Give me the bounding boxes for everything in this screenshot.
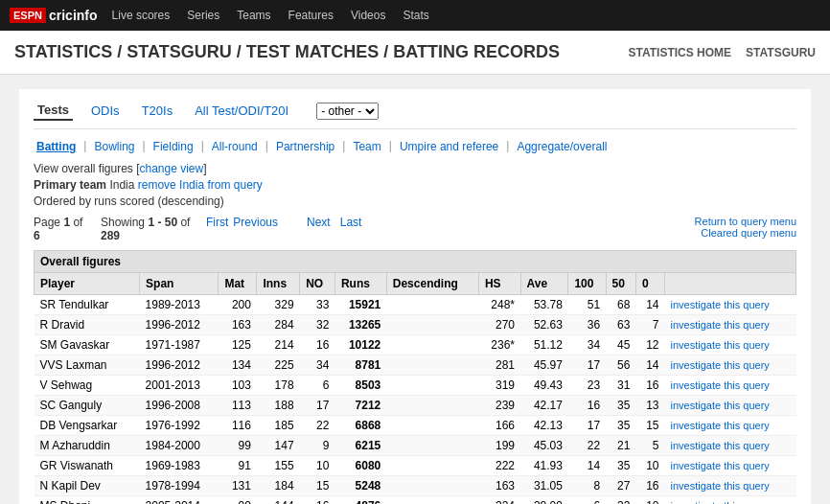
table-cell: 178 — [257, 376, 300, 396]
investigate-link[interactable]: investigate this query — [670, 339, 769, 351]
nav-link-stats[interactable]: Stats — [403, 9, 428, 22]
table-cell — [386, 355, 478, 376]
table-cell: 7212 — [334, 396, 386, 416]
table-row: SR Tendulkar1989-20132003293315921248*53… — [35, 295, 796, 315]
table-cell: 42.13 — [520, 416, 568, 436]
table-cell: 35 — [606, 456, 635, 476]
table-row: V Sehwag2001-20131031786850331949.432331… — [35, 376, 796, 396]
table-cell — [386, 315, 478, 335]
table-cell: N Kapil Dev — [35, 476, 140, 496]
table-cell: 10122 — [334, 335, 386, 355]
sub-tab-sep: | — [342, 139, 345, 154]
tab-odis[interactable]: ODIs — [87, 102, 124, 120]
sub-tab-fielding[interactable]: Fielding — [150, 139, 196, 154]
sub-tab-partnership[interactable]: Partnership — [273, 139, 337, 154]
investigate-link[interactable]: investigate this query — [670, 420, 769, 431]
page-title: STATISTICS / STATSGURU / TEST MATCHES / … — [14, 42, 560, 62]
first-page-link[interactable]: First — [206, 216, 228, 229]
investigate-link[interactable]: investigate this query — [670, 500, 769, 504]
investigate-link[interactable]: investigate this query — [670, 359, 769, 371]
next-link[interactable]: Next — [307, 216, 331, 229]
investigate-link[interactable]: investigate this query — [670, 480, 769, 492]
tab-t20is[interactable]: T20Is — [138, 102, 177, 120]
table-cell — [386, 335, 478, 355]
table-cell — [386, 496, 478, 505]
col-header-100: 100 — [568, 273, 606, 295]
table-cell: 16 — [635, 376, 664, 396]
nav-link-live-scores[interactable]: Live scores — [112, 9, 171, 22]
table-cell: 38.09 — [520, 496, 568, 505]
table-cell — [386, 376, 478, 396]
nav-link-features[interactable]: Features — [288, 9, 334, 22]
table-cell: 134 — [219, 355, 257, 376]
investigate-link[interactable]: investigate this query — [670, 319, 769, 331]
table-cell: 63 — [606, 315, 635, 335]
table-cell: investigate this query — [664, 376, 795, 396]
remove-india-link[interactable]: remove India from query — [138, 178, 263, 192]
sub-tab-umpire-and-referee[interactable]: Umpire and referee — [397, 139, 501, 154]
sub-tab-bowling[interactable]: Bowling — [91, 139, 137, 154]
other-dropdown[interactable]: - other - — [316, 103, 379, 120]
return-query-link[interactable]: Return to query menu — [695, 216, 796, 227]
espn-logo: ESPN — [10, 8, 46, 23]
previous-page-link[interactable]: Previous — [233, 216, 278, 229]
nav-link-videos[interactable]: Videos — [351, 9, 385, 22]
investigate-link[interactable]: investigate this query — [670, 379, 769, 391]
table-cell: investigate this query — [664, 476, 795, 496]
sub-tab-aggregate/overall[interactable]: Aggregate/overall — [514, 139, 610, 154]
table-cell: investigate this query — [664, 496, 795, 505]
table-cell: R Dravid — [35, 315, 140, 335]
section-header-row: Overall figures — [35, 251, 796, 273]
table-cell: investigate this query — [664, 396, 795, 416]
tab-tests[interactable]: Tests — [34, 101, 73, 121]
table-cell: 27 — [606, 476, 635, 496]
investigate-link[interactable]: investigate this query — [670, 299, 769, 310]
table-cell: 53.78 — [520, 295, 568, 315]
cleared-query-link[interactable]: Cleared query menu — [695, 227, 796, 239]
nav-link-series[interactable]: Series — [187, 9, 219, 22]
main-nav-links: Live scoresSeriesTeamsFeaturesVideosStat… — [112, 9, 429, 22]
table-cell — [386, 295, 478, 315]
last-link[interactable]: Last — [340, 216, 362, 229]
col-header-0: 0 — [635, 273, 664, 295]
table-cell: 224 — [478, 496, 520, 505]
table-cell: 2001-2013 — [140, 376, 219, 396]
table-cell: 10 — [635, 456, 664, 476]
investigate-link[interactable]: investigate this query — [670, 400, 769, 411]
change-view-link[interactable]: change view — [140, 162, 204, 175]
table-cell: 248* — [478, 295, 520, 315]
table-cell: 99 — [219, 436, 257, 456]
table-cell: 10 — [300, 456, 335, 476]
table-cell: 35 — [606, 396, 635, 416]
investigate-link[interactable]: investigate this query — [670, 460, 769, 471]
col-header-inns: Inns — [257, 273, 300, 295]
nav-link-teams[interactable]: Teams — [237, 9, 270, 22]
table-cell: 199 — [478, 436, 520, 456]
table-cell: 8781 — [334, 355, 386, 376]
sub-tab-all-round[interactable]: All-round — [209, 139, 261, 154]
sub-tab-team[interactable]: Team — [350, 139, 383, 154]
page-info: Page 1 of 6 — [34, 216, 91, 242]
col-header-mat: Mat — [219, 273, 257, 295]
table-cell: 6868 — [334, 416, 386, 436]
table-row: SM Gavaskar1971-19871252141610122236*51.… — [35, 335, 796, 355]
col-header-50: 50 — [606, 273, 635, 295]
col-header-hs: HS — [478, 273, 520, 295]
sub-tab-batting[interactable]: Batting — [34, 139, 79, 154]
investigate-link[interactable]: investigate this query — [670, 440, 769, 451]
col-header-descending: Descending — [386, 273, 478, 295]
title-link-statsguru[interactable]: STATSGURU — [746, 46, 816, 59]
table-cell: 45.97 — [520, 355, 568, 376]
table-cell: investigate this query — [664, 315, 795, 335]
tab-all-test/odi/t20i[interactable]: All Test/ODI/T20I — [191, 102, 292, 120]
table-cell: 13 — [635, 396, 664, 416]
pagination: Page 1 of 6 Showing 1 - 50 of 289 First … — [34, 216, 796, 242]
table-cell: 225 — [257, 355, 300, 376]
table-cell: 1971-1987 — [140, 335, 219, 355]
table-cell: 17 — [300, 396, 335, 416]
table-cell: 14 — [635, 355, 664, 376]
table-cell: 16 — [300, 496, 335, 505]
table-cell: 17 — [568, 355, 606, 376]
content-box: TestsODIsT20IsAll Test/ODI/T20I - other … — [19, 89, 811, 504]
title-link-statistics-home[interactable]: STATISTICS HOME — [629, 46, 732, 59]
